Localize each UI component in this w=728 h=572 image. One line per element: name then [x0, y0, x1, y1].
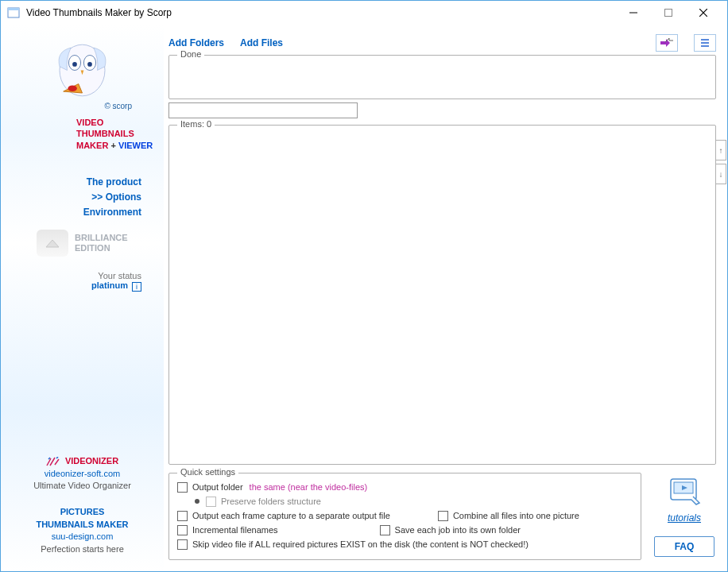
edition-icon [37, 230, 68, 257]
preserve-structure-checkbox: Preserve folders structure [206, 497, 321, 507]
titlebar: Video Thumbnails Maker by Scorp [1, 1, 727, 25]
suu-design-link[interactable]: suu-design.com [52, 531, 114, 541]
svg-point-10 [87, 62, 92, 67]
edition-block: BRILLIANCE EDITION [9, 230, 156, 257]
items-groupbox: Items: 0 ↑ ↓ [168, 125, 716, 465]
app-icon [7, 6, 20, 19]
items-label: Items: 0 [177, 119, 215, 129]
move-up-button[interactable]: ↑ [715, 140, 726, 160]
skip-video-checkbox[interactable]: Skip video file if ALL required pictures… [177, 539, 529, 550]
status-info-icon[interactable]: i [132, 282, 141, 292]
owl-logo: © scorp [9, 33, 156, 110]
output-folder-checkbox[interactable]: Output folder [177, 482, 243, 493]
videonizer-link[interactable]: videonizer-soft.com [45, 469, 120, 478]
svg-point-9 [72, 62, 77, 67]
nav-the-product[interactable]: The product [9, 175, 141, 190]
faq-button[interactable]: FAQ [654, 536, 714, 557]
output-each-frame-checkbox[interactable]: Output each frame capture to a separate … [177, 511, 390, 521]
done-groupbox: Done [168, 55, 716, 99]
save-each-job-checkbox[interactable]: Save each job into its own folder [380, 525, 521, 535]
product-name: VIDEO THUMBNAILS MAKER + VIEWER [9, 117, 156, 151]
add-files-link[interactable]: Add Files [240, 37, 283, 48]
svg-rect-3 [665, 10, 672, 17]
incremental-filenames-checkbox[interactable]: Incremental filenames [177, 525, 278, 535]
quick-settings-groupbox: Quick settings Output folder the same (n… [168, 473, 641, 560]
arrows-icon-button[interactable] [656, 34, 678, 52]
tutorials-link[interactable]: tutorials [666, 476, 703, 524]
sidebar: © scorp VIDEO THUMBNAILS MAKER + VIEWER … [1, 25, 164, 571]
svg-rect-1 [8, 8, 19, 10]
progress-input[interactable] [168, 102, 358, 118]
status-label: Your status [9, 271, 141, 280]
move-down-button[interactable]: ↓ [715, 164, 726, 184]
done-label: Done [177, 49, 204, 59]
nav-environment[interactable]: Environment [9, 205, 141, 220]
output-folder-link[interactable]: the same (near the video-files) [250, 482, 368, 492]
list-icon-button[interactable] [694, 34, 716, 52]
videonizer-icon [46, 457, 60, 466]
nav-options[interactable]: >> Options [9, 190, 141, 205]
status-value: platinum [91, 280, 128, 290]
minimize-button[interactable] [616, 1, 651, 25]
pictures-promo: PICTURES THUMBNAILS MAKER suu-design.com… [9, 506, 156, 555]
videonizer-promo: VIDEONIZER videonizer-soft.com Ultimate … [9, 455, 156, 492]
combine-all-files-checkbox[interactable]: Combine all files into one picture [438, 511, 579, 521]
close-button[interactable] [686, 1, 721, 25]
maximize-button[interactable] [651, 1, 686, 25]
window-title: Video Thumbnails Maker by Scorp [26, 7, 616, 18]
add-folders-link[interactable]: Add Folders [168, 37, 224, 48]
svg-point-11 [68, 86, 76, 92]
radio-dot-icon [195, 499, 199, 504]
quick-settings-label: Quick settings [177, 467, 238, 477]
